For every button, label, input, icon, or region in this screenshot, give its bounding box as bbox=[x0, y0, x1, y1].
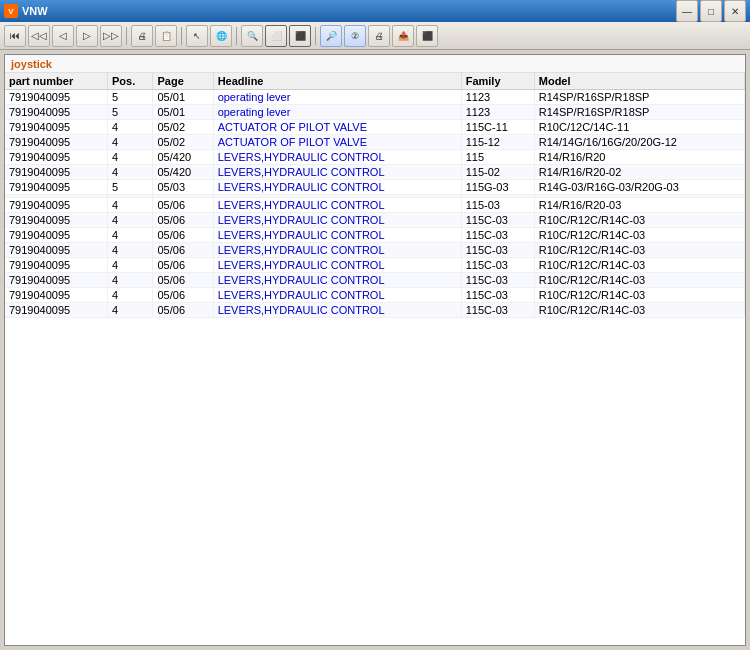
cell-part_number: 7919040095 bbox=[5, 303, 108, 318]
category-label: joystick bbox=[5, 55, 745, 73]
export-button[interactable]: 📋 bbox=[155, 25, 177, 47]
cell-page: 05/06 bbox=[153, 243, 213, 258]
table-row: 7919040095405/06LEVERS,HYDRAULIC CONTROL… bbox=[5, 228, 745, 243]
globe-button[interactable]: 🌐 bbox=[210, 25, 232, 47]
print-button[interactable]: 🖨 bbox=[368, 25, 390, 47]
cell-headline[interactable]: LEVERS,HYDRAULIC CONTROL bbox=[213, 150, 461, 165]
cell-headline[interactable]: ACTUATOR OF PILOT VALVE bbox=[213, 120, 461, 135]
cell-pos: 4 bbox=[108, 120, 153, 135]
cell-pos: 5 bbox=[108, 180, 153, 195]
cell-family: 115C-03 bbox=[461, 243, 534, 258]
nav-first-button[interactable]: ⏮ bbox=[4, 25, 26, 47]
cell-model: R10C/R12C/R14C-03 bbox=[534, 273, 744, 288]
table-row: 7919040095405/06LEVERS,HYDRAULIC CONTROL… bbox=[5, 303, 745, 318]
cell-pos: 4 bbox=[108, 135, 153, 150]
toolbar: ⏮ ◁◁ ◁ ▷ ▷▷ 🖨 📋 ↖ 🌐 🔍 ⬜ ⬛ 🔎 ② 🖨 📤 ⬛ bbox=[0, 22, 750, 50]
zoom-box-button[interactable]: ⬜ bbox=[265, 25, 287, 47]
cell-model: R10C/R12C/R14C-03 bbox=[534, 258, 744, 273]
table-row: 7919040095405/06LEVERS,HYDRAULIC CONTROL… bbox=[5, 243, 745, 258]
export2-button[interactable]: 📤 bbox=[392, 25, 414, 47]
window-title: VNW bbox=[22, 5, 48, 17]
cell-pos: 4 bbox=[108, 243, 153, 258]
cell-family: 115C-03 bbox=[461, 273, 534, 288]
stop-button[interactable]: ⬛ bbox=[416, 25, 438, 47]
cell-pos: 4 bbox=[108, 303, 153, 318]
nav-nextnext-button[interactable]: ▷▷ bbox=[100, 25, 122, 47]
cell-page: 05/420 bbox=[153, 150, 213, 165]
cell-family: 1123 bbox=[461, 105, 534, 120]
title-bar-left: V VNW bbox=[4, 4, 48, 18]
cell-model: R10C/R12C/R14C-03 bbox=[534, 228, 744, 243]
table-row: 7919040095405/06LEVERS,HYDRAULIC CONTROL… bbox=[5, 213, 745, 228]
select-button[interactable]: ↖ bbox=[186, 25, 208, 47]
cell-part_number: 7919040095 bbox=[5, 105, 108, 120]
table-row: 7919040095405/420LEVERS,HYDRAULIC CONTRO… bbox=[5, 165, 745, 180]
cell-part_number: 7919040095 bbox=[5, 90, 108, 105]
table-container[interactable]: part number Pos. Page Headline Family Mo… bbox=[5, 73, 745, 645]
title-bar: V VNW — □ ✕ bbox=[0, 0, 750, 22]
results-table: part number Pos. Page Headline Family Mo… bbox=[5, 73, 745, 318]
cell-part_number: 7919040095 bbox=[5, 150, 108, 165]
col-headline: Headline bbox=[213, 73, 461, 90]
cell-headline[interactable]: LEVERS,HYDRAULIC CONTROL bbox=[213, 303, 461, 318]
cell-model: R10C/R12C/R14C-03 bbox=[534, 303, 744, 318]
cell-part_number: 7919040095 bbox=[5, 273, 108, 288]
col-family: Family bbox=[461, 73, 534, 90]
cell-headline[interactable]: operating lever bbox=[213, 105, 461, 120]
table-row: 7919040095405/02ACTUATOR OF PILOT VALVE1… bbox=[5, 120, 745, 135]
search1-button[interactable]: 🔎 bbox=[320, 25, 342, 47]
table-row: 7919040095505/01operating lever1123R14SP… bbox=[5, 105, 745, 120]
cell-family: 115C-11 bbox=[461, 120, 534, 135]
zoom-box2-button[interactable]: ⬛ bbox=[289, 25, 311, 47]
main-content: joystick part number Pos. Page Headline … bbox=[4, 54, 746, 646]
cell-headline[interactable]: LEVERS,HYDRAULIC CONTROL bbox=[213, 165, 461, 180]
table-row: 7919040095405/06LEVERS,HYDRAULIC CONTROL… bbox=[5, 198, 745, 213]
cell-page: 05/420 bbox=[153, 165, 213, 180]
title-bar-buttons: — □ ✕ bbox=[676, 0, 746, 22]
cell-headline[interactable]: LEVERS,HYDRAULIC CONTROL bbox=[213, 198, 461, 213]
cell-family: 115G-03 bbox=[461, 180, 534, 195]
cell-model: R10C/12C/14C-11 bbox=[534, 120, 744, 135]
cell-family: 115-12 bbox=[461, 135, 534, 150]
cell-pos: 4 bbox=[108, 273, 153, 288]
table-body: 7919040095505/01operating lever1123R14SP… bbox=[5, 90, 745, 318]
cell-model: R14/R16/R20-02 bbox=[534, 165, 744, 180]
toolbar-sep-4 bbox=[315, 27, 316, 45]
cell-page: 05/06 bbox=[153, 198, 213, 213]
cell-headline[interactable]: LEVERS,HYDRAULIC CONTROL bbox=[213, 228, 461, 243]
table-row: 7919040095505/01operating lever1123R14SP… bbox=[5, 90, 745, 105]
cell-part_number: 7919040095 bbox=[5, 198, 108, 213]
cell-model: R10C/R12C/R14C-03 bbox=[534, 213, 744, 228]
zoom-button[interactable]: 🔍 bbox=[241, 25, 263, 47]
toolbar-sep-1 bbox=[126, 27, 127, 45]
cell-headline[interactable]: LEVERS,HYDRAULIC CONTROL bbox=[213, 180, 461, 195]
nav-prevprev-button[interactable]: ◁◁ bbox=[28, 25, 50, 47]
search2-button[interactable]: ② bbox=[344, 25, 366, 47]
printpreview-button[interactable]: 🖨 bbox=[131, 25, 153, 47]
cell-page: 05/03 bbox=[153, 180, 213, 195]
cell-family: 115-02 bbox=[461, 165, 534, 180]
cell-headline[interactable]: LEVERS,HYDRAULIC CONTROL bbox=[213, 243, 461, 258]
cell-part_number: 7919040095 bbox=[5, 228, 108, 243]
cell-family: 115C-03 bbox=[461, 288, 534, 303]
cell-model: R10C/R12C/R14C-03 bbox=[534, 288, 744, 303]
cell-part_number: 7919040095 bbox=[5, 258, 108, 273]
col-page: Page bbox=[153, 73, 213, 90]
toolbar-sep-2 bbox=[181, 27, 182, 45]
cell-page: 05/01 bbox=[153, 105, 213, 120]
cell-model: R10C/R12C/R14C-03 bbox=[534, 243, 744, 258]
minimize-button[interactable]: — bbox=[676, 0, 698, 22]
cell-model: R14/14G/16/16G/20/20G-12 bbox=[534, 135, 744, 150]
close-button[interactable]: ✕ bbox=[724, 0, 746, 22]
col-model: Model bbox=[534, 73, 744, 90]
cell-headline[interactable]: LEVERS,HYDRAULIC CONTROL bbox=[213, 258, 461, 273]
cell-headline[interactable]: operating lever bbox=[213, 90, 461, 105]
nav-prev-button[interactable]: ◁ bbox=[52, 25, 74, 47]
nav-next-button[interactable]: ▷ bbox=[76, 25, 98, 47]
cell-headline[interactable]: LEVERS,HYDRAULIC CONTROL bbox=[213, 213, 461, 228]
cell-headline[interactable]: ACTUATOR OF PILOT VALVE bbox=[213, 135, 461, 150]
cell-headline[interactable]: LEVERS,HYDRAULIC CONTROL bbox=[213, 288, 461, 303]
cell-headline[interactable]: LEVERS,HYDRAULIC CONTROL bbox=[213, 273, 461, 288]
table-row: 7919040095405/06LEVERS,HYDRAULIC CONTROL… bbox=[5, 258, 745, 273]
maximize-button[interactable]: □ bbox=[700, 0, 722, 22]
